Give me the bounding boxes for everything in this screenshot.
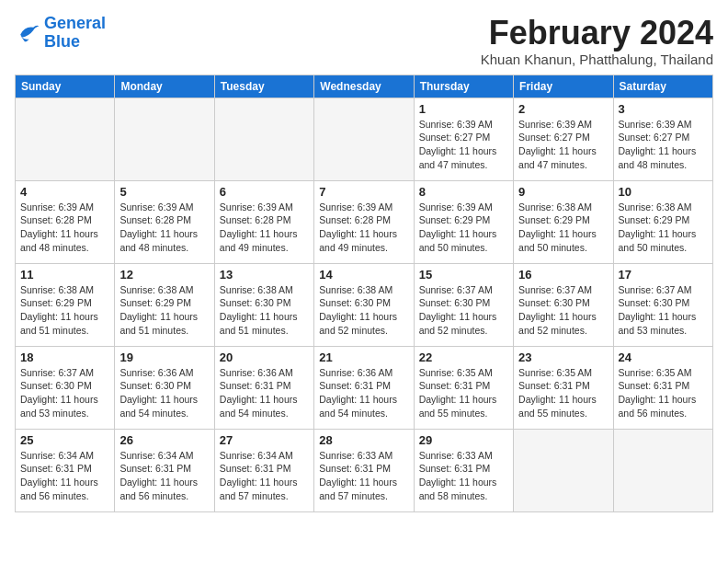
calendar-cell: 4Sunrise: 6:39 AM Sunset: 6:28 PM Daylig… <box>16 180 115 263</box>
calendar-cell: 22Sunrise: 6:35 AM Sunset: 6:31 PM Dayli… <box>414 346 513 429</box>
calendar-cell: 6Sunrise: 6:39 AM Sunset: 6:28 PM Daylig… <box>214 180 313 263</box>
day-number: 24 <box>619 350 708 364</box>
day-info: Sunrise: 6:38 AM Sunset: 6:29 PM Dayligh… <box>518 201 608 255</box>
calendar-title: February 2024 <box>481 15 713 52</box>
logo-icon <box>15 20 40 46</box>
calendar-cell: 20Sunrise: 6:36 AM Sunset: 6:31 PM Dayli… <box>214 346 313 429</box>
calendar-cell: 2Sunrise: 6:39 AM Sunset: 6:27 PM Daylig… <box>514 98 613 180</box>
calendar-cell: 14Sunrise: 6:38 AM Sunset: 6:30 PM Dayli… <box>314 263 414 346</box>
calendar-cell: 25Sunrise: 6:34 AM Sunset: 6:31 PM Dayli… <box>16 429 115 511</box>
day-info: Sunrise: 6:38 AM Sunset: 6:29 PM Dayligh… <box>619 201 708 255</box>
day-info: Sunrise: 6:37 AM Sunset: 6:30 PM Dayligh… <box>619 283 708 338</box>
day-info: Sunrise: 6:34 AM Sunset: 6:31 PM Dayligh… <box>119 449 209 503</box>
day-info: Sunrise: 6:36 AM Sunset: 6:30 PM Dayligh… <box>119 366 209 420</box>
day-number: 19 <box>119 350 209 364</box>
calendar-cell: 5Sunrise: 6:39 AM Sunset: 6:28 PM Daylig… <box>115 180 214 263</box>
calendar-cell: 11Sunrise: 6:38 AM Sunset: 6:29 PM Dayli… <box>16 263 115 346</box>
calendar-table: SundayMondayTuesdayWednesdayThursdayFrid… <box>15 75 713 512</box>
day-number: 1 <box>419 102 508 116</box>
day-number: 3 <box>619 102 708 116</box>
day-info: Sunrise: 6:37 AM Sunset: 6:30 PM Dayligh… <box>518 283 608 338</box>
calendar-cell: 16Sunrise: 6:37 AM Sunset: 6:30 PM Dayli… <box>514 263 613 346</box>
calendar-cell: 21Sunrise: 6:36 AM Sunset: 6:31 PM Dayli… <box>314 346 414 429</box>
day-info: Sunrise: 6:37 AM Sunset: 6:30 PM Dayligh… <box>20 366 109 420</box>
day-header-wednesday: Wednesday <box>314 75 414 98</box>
calendar-cell: 24Sunrise: 6:35 AM Sunset: 6:31 PM Dayli… <box>613 346 712 429</box>
day-number: 25 <box>20 433 109 447</box>
day-header-thursday: Thursday <box>414 75 513 98</box>
day-info: Sunrise: 6:38 AM Sunset: 6:30 PM Dayligh… <box>220 283 309 338</box>
day-number: 4 <box>20 185 109 199</box>
day-number: 21 <box>319 350 408 364</box>
day-info: Sunrise: 6:38 AM Sunset: 6:29 PM Dayligh… <box>20 283 109 338</box>
day-info: Sunrise: 6:36 AM Sunset: 6:31 PM Dayligh… <box>319 366 408 420</box>
day-info: Sunrise: 6:36 AM Sunset: 6:31 PM Dayligh… <box>220 366 309 420</box>
week-row-2: 4Sunrise: 6:39 AM Sunset: 6:28 PM Daylig… <box>16 180 713 263</box>
day-number: 28 <box>319 433 408 447</box>
calendar-cell: 27Sunrise: 6:34 AM Sunset: 6:31 PM Dayli… <box>214 429 313 511</box>
day-number: 23 <box>518 350 608 364</box>
day-number: 6 <box>220 185 309 199</box>
calendar-cell: 9Sunrise: 6:38 AM Sunset: 6:29 PM Daylig… <box>514 180 613 263</box>
calendar-cell: 26Sunrise: 6:34 AM Sunset: 6:31 PM Dayli… <box>115 429 214 511</box>
day-header-sunday: Sunday <box>16 75 115 98</box>
day-info: Sunrise: 6:38 AM Sunset: 6:30 PM Dayligh… <box>319 283 408 338</box>
calendar-cell: 12Sunrise: 6:38 AM Sunset: 6:29 PM Dayli… <box>115 263 214 346</box>
calendar-cell: 10Sunrise: 6:38 AM Sunset: 6:29 PM Dayli… <box>613 180 712 263</box>
day-number: 18 <box>20 350 109 364</box>
day-number: 7 <box>319 185 408 199</box>
day-number: 5 <box>119 185 209 199</box>
calendar-cell <box>613 429 712 511</box>
calendar-subtitle: Khuan Khanun, Phatthalung, Thailand <box>481 52 713 67</box>
day-number: 14 <box>319 268 408 282</box>
calendar-cell: 3Sunrise: 6:39 AM Sunset: 6:27 PM Daylig… <box>613 98 712 180</box>
calendar-cell: 19Sunrise: 6:36 AM Sunset: 6:30 PM Dayli… <box>115 346 214 429</box>
day-info: Sunrise: 6:39 AM Sunset: 6:27 PM Dayligh… <box>619 118 708 172</box>
day-number: 11 <box>20 268 109 282</box>
calendar-cell: 18Sunrise: 6:37 AM Sunset: 6:30 PM Dayli… <box>16 346 115 429</box>
day-number: 27 <box>220 433 309 447</box>
day-info: Sunrise: 6:39 AM Sunset: 6:28 PM Dayligh… <box>20 201 109 255</box>
day-info: Sunrise: 6:35 AM Sunset: 6:31 PM Dayligh… <box>619 366 708 420</box>
day-info: Sunrise: 6:33 AM Sunset: 6:31 PM Dayligh… <box>419 449 508 503</box>
calendar-cell: 15Sunrise: 6:37 AM Sunset: 6:30 PM Dayli… <box>414 263 513 346</box>
day-header-monday: Monday <box>115 75 214 98</box>
day-info: Sunrise: 6:39 AM Sunset: 6:28 PM Dayligh… <box>319 201 408 255</box>
week-row-1: 1Sunrise: 6:39 AM Sunset: 6:27 PM Daylig… <box>16 98 713 180</box>
week-row-4: 18Sunrise: 6:37 AM Sunset: 6:30 PM Dayli… <box>16 346 713 429</box>
week-row-5: 25Sunrise: 6:34 AM Sunset: 6:31 PM Dayli… <box>16 429 713 511</box>
day-number: 12 <box>119 268 209 282</box>
calendar-cell <box>115 98 214 180</box>
calendar-cell: 29Sunrise: 6:33 AM Sunset: 6:31 PM Dayli… <box>414 429 513 511</box>
day-number: 8 <box>419 185 508 199</box>
day-info: Sunrise: 6:34 AM Sunset: 6:31 PM Dayligh… <box>20 449 109 503</box>
day-info: Sunrise: 6:37 AM Sunset: 6:30 PM Dayligh… <box>419 283 508 338</box>
day-info: Sunrise: 6:35 AM Sunset: 6:31 PM Dayligh… <box>518 366 608 420</box>
day-info: Sunrise: 6:38 AM Sunset: 6:29 PM Dayligh… <box>119 283 209 338</box>
day-number: 22 <box>419 350 508 364</box>
calendar-cell <box>514 429 613 511</box>
day-info: Sunrise: 6:35 AM Sunset: 6:31 PM Dayligh… <box>419 366 508 420</box>
calendar-cell <box>16 98 115 180</box>
week-row-3: 11Sunrise: 6:38 AM Sunset: 6:29 PM Dayli… <box>16 263 713 346</box>
calendar-cell: 1Sunrise: 6:39 AM Sunset: 6:27 PM Daylig… <box>414 98 513 180</box>
day-info: Sunrise: 6:39 AM Sunset: 6:28 PM Dayligh… <box>220 201 309 255</box>
day-number: 10 <box>619 185 708 199</box>
day-number: 2 <box>518 102 608 116</box>
day-info: Sunrise: 6:34 AM Sunset: 6:31 PM Dayligh… <box>220 449 309 503</box>
day-info: Sunrise: 6:39 AM Sunset: 6:27 PM Dayligh… <box>419 118 508 172</box>
calendar-cell: 7Sunrise: 6:39 AM Sunset: 6:28 PM Daylig… <box>314 180 414 263</box>
calendar-cell: 17Sunrise: 6:37 AM Sunset: 6:30 PM Dayli… <box>613 263 712 346</box>
calendar-cell: 13Sunrise: 6:38 AM Sunset: 6:30 PM Dayli… <box>214 263 313 346</box>
day-info: Sunrise: 6:33 AM Sunset: 6:31 PM Dayligh… <box>319 449 408 503</box>
day-header-tuesday: Tuesday <box>214 75 313 98</box>
calendar-cell <box>214 98 313 180</box>
calendar-cell <box>314 98 414 180</box>
title-block: February 2024 Khuan Khanun, Phatthalung,… <box>481 15 713 67</box>
calendar-cell: 8Sunrise: 6:39 AM Sunset: 6:29 PM Daylig… <box>414 180 513 263</box>
day-info: Sunrise: 6:39 AM Sunset: 6:27 PM Dayligh… <box>518 118 608 172</box>
calendar-cell: 28Sunrise: 6:33 AM Sunset: 6:31 PM Dayli… <box>314 429 414 511</box>
logo-general: General <box>44 14 106 32</box>
day-header-friday: Friday <box>514 75 613 98</box>
logo: General Blue <box>15 15 106 52</box>
